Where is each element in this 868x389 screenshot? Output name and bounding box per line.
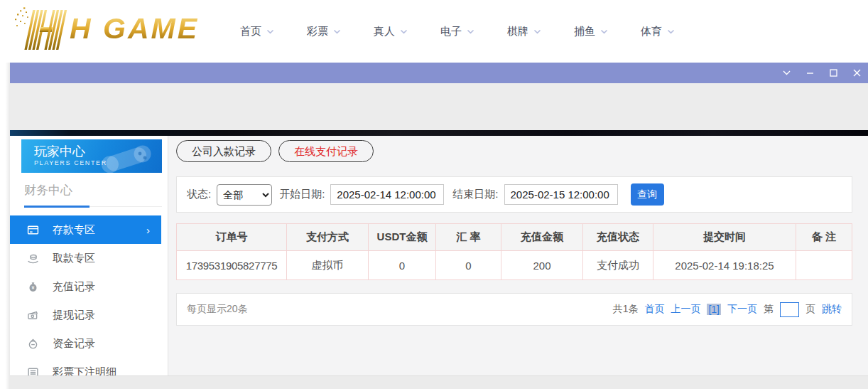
- next-page-link[interactable]: 下一页: [727, 303, 757, 316]
- sidebar-item-recharge-records[interactable]: ¥ 充值记录: [10, 272, 161, 301]
- window-minimize-button[interactable]: [804, 68, 815, 79]
- chevron-right-icon: ›: [146, 224, 150, 236]
- query-button[interactable]: 查询: [631, 183, 664, 206]
- chevron-down-icon: [400, 29, 408, 34]
- cell-exchange-rate: 0: [436, 251, 501, 280]
- site-logo[interactable]: H GAME: [11, 4, 199, 53]
- window-maximize-button[interactable]: [828, 68, 839, 79]
- jump-prefix-label: 第: [764, 303, 774, 316]
- prev-page-link[interactable]: 上一页: [671, 303, 700, 316]
- chevron-down-icon: [600, 29, 608, 34]
- column-header-remark: 备 注: [796, 224, 852, 251]
- current-page-indicator: [1]: [707, 304, 721, 315]
- main-nav: 首页 彩票 真人 电子 棋牌 捕鱼: [240, 0, 675, 63]
- status-select[interactable]: 全部: [217, 184, 272, 206]
- total-count-text: 共1条: [613, 303, 639, 316]
- dark-divider-bar: [10, 130, 868, 136]
- nav-item-live[interactable]: 真人: [374, 25, 408, 38]
- chevron-down-icon: [333, 29, 341, 34]
- column-header-submit-time: 提交时间: [653, 224, 796, 251]
- main-area: 玩家中心 PLAYERS CENTER 财务中心 存款专区: [10, 136, 868, 375]
- cell-usdt-amount: 0: [369, 251, 436, 280]
- orders-table: 订单号 支付方式 USDT金额 汇 率 充值金额 充值状态 提交时间 备 注 1…: [176, 223, 852, 280]
- column-header-recharge-status: 充值状态: [583, 224, 653, 251]
- left-gutter: [0, 63, 10, 389]
- end-date-input[interactable]: [504, 184, 618, 205]
- pagination-bar: 每页显示20条 共1条 首页 上一页 [1] 下一页 第 页 跳转: [176, 293, 852, 326]
- svg-text:¥: ¥: [32, 285, 35, 290]
- nav-item-fishing[interactable]: 捕鱼: [574, 25, 608, 38]
- nav-item-chess[interactable]: 棋牌: [507, 25, 541, 38]
- gamepad-icon: [95, 141, 161, 173]
- column-header-order-no: 订单号: [177, 224, 287, 251]
- maximize-icon: [829, 68, 838, 78]
- chevron-down-icon: [667, 29, 675, 34]
- window-collapse-button[interactable]: [781, 68, 792, 79]
- site-header: H GAME 首页 彩票 真人 电子 棋牌: [0, 0, 868, 63]
- nav-item-lottery[interactable]: 彩票: [307, 25, 341, 38]
- column-header-payment-method: 支付方式: [287, 224, 369, 251]
- cell-recharge-status: 支付成功: [583, 251, 653, 280]
- chevron-down-icon: [533, 29, 541, 34]
- window-titlebar: [10, 63, 868, 83]
- window-controls: [781, 63, 862, 83]
- chevron-down-icon: [782, 70, 791, 76]
- cell-recharge-amount: 200: [501, 251, 583, 280]
- coin-purse-icon: [27, 338, 39, 350]
- tab-online-payment-records[interactable]: 在线支付记录: [278, 140, 374, 162]
- column-header-recharge-amount: 充值金额: [501, 224, 583, 251]
- minimize-icon: [805, 68, 815, 78]
- status-label: 状态:: [187, 188, 211, 201]
- banknote-icon: [27, 309, 39, 321]
- sidebar: 玩家中心 PLAYERS CENTER 财务中心 存款专区: [10, 136, 168, 375]
- first-page-link[interactable]: 首页: [644, 303, 664, 316]
- cell-submit-time: 2025-02-14 19:18:25: [653, 251, 796, 280]
- logo-text: H GAME: [70, 12, 199, 46]
- hand-coin-icon: [27, 252, 39, 265]
- cell-payment-method: 虚拟币: [287, 251, 369, 280]
- players-center-banner: 玩家中心 PLAYERS CENTER: [21, 139, 162, 173]
- column-header-usdt-amount: USDT金额: [369, 224, 436, 251]
- end-date-label: 结束日期:: [452, 188, 498, 201]
- finance-center-heading: 财务中心: [24, 182, 162, 207]
- table-row: 1739531905827775 虚拟币 0 0 200 支付成功 2025-0…: [177, 251, 852, 280]
- pagination-controls: 共1条 首页 上一页 [1] 下一页 第 页 跳转: [613, 302, 842, 317]
- jump-suffix-label: 页: [805, 303, 815, 316]
- nav-item-slots[interactable]: 电子: [440, 25, 474, 38]
- sidebar-item-deposit-zone[interactable]: 存款专区 ›: [10, 215, 161, 244]
- record-tabs: 公司入款记录 在线支付记录: [176, 140, 852, 162]
- page-size-text: 每页显示20条: [187, 303, 248, 316]
- start-date-input[interactable]: [330, 184, 444, 205]
- tab-company-deposit-records[interactable]: 公司入款记录: [176, 140, 271, 162]
- nav-item-sports[interactable]: 体育: [641, 25, 675, 38]
- chevron-down-icon: [467, 29, 474, 34]
- chevron-down-icon: [266, 29, 274, 34]
- app-window: H GAME 首页 彩票 真人 电子 棋牌: [0, 0, 868, 389]
- content-panel: 公司入款记录 在线支付记录 状态: 全部 开始日期: 结束日期: 查询: [168, 136, 868, 375]
- close-icon: [852, 68, 862, 78]
- start-date-label: 开始日期:: [279, 188, 325, 201]
- sidebar-item-funds-records[interactable]: 资金记录: [10, 329, 161, 358]
- cell-order-no: 1739531905827775: [177, 251, 287, 280]
- jump-button[interactable]: 跳转: [822, 303, 842, 316]
- logo-h-mark-icon: [11, 4, 68, 53]
- filter-bar: 状态: 全部 开始日期: 结束日期: 查询: [176, 176, 852, 213]
- money-bag-icon: ¥: [27, 281, 39, 293]
- window-close-button[interactable]: [851, 68, 862, 79]
- spacer-band: [10, 83, 868, 130]
- column-header-exchange-rate: 汇 率: [436, 224, 501, 251]
- sidebar-item-withdraw-zone[interactable]: 取款专区: [10, 244, 161, 272]
- bank-card-icon: [27, 224, 39, 236]
- bottom-strip: [10, 375, 868, 389]
- sidebar-item-withdrawal-records[interactable]: 提现记录: [10, 301, 161, 329]
- page-jump-input[interactable]: [780, 302, 799, 317]
- cell-remark: [796, 251, 852, 280]
- nav-item-home[interactable]: 首页: [240, 25, 274, 38]
- sidebar-menu: 存款专区 › 取款专区 ¥ 充值记录: [10, 215, 168, 386]
- table-header-row: 订单号 支付方式 USDT金额 汇 率 充值金额 充值状态 提交时间 备 注: [177, 224, 852, 251]
